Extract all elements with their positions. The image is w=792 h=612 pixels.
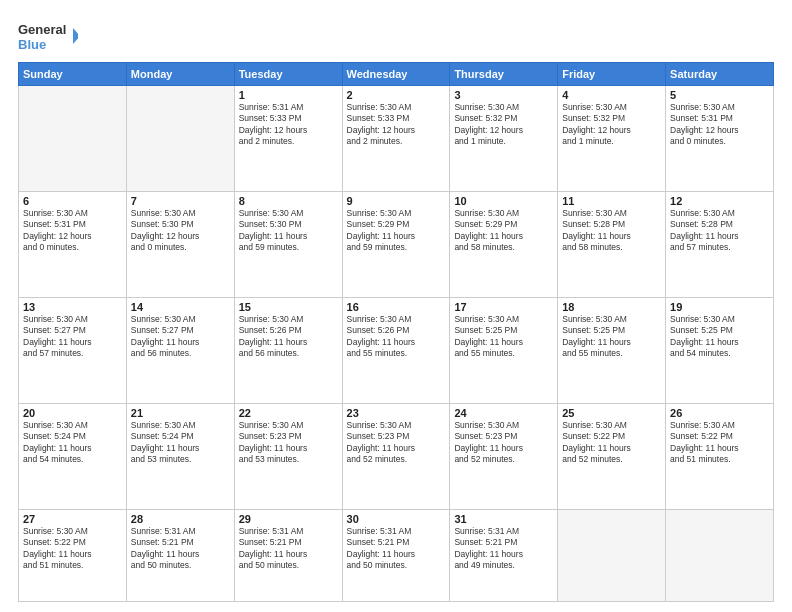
day-number: 20 (23, 407, 122, 419)
day-info: Sunrise: 5:30 AM Sunset: 5:23 PM Dayligh… (347, 420, 446, 466)
day-number: 1 (239, 89, 338, 101)
calendar-cell: 30Sunrise: 5:31 AM Sunset: 5:21 PM Dayli… (342, 509, 450, 601)
calendar-cell: 17Sunrise: 5:30 AM Sunset: 5:25 PM Dayli… (450, 297, 558, 403)
day-number: 8 (239, 195, 338, 207)
day-number: 22 (239, 407, 338, 419)
calendar-cell (126, 86, 234, 192)
day-number: 19 (670, 301, 769, 313)
day-number: 30 (347, 513, 446, 525)
day-number: 6 (23, 195, 122, 207)
day-number: 7 (131, 195, 230, 207)
calendar-cell: 9Sunrise: 5:30 AM Sunset: 5:29 PM Daylig… (342, 191, 450, 297)
calendar-cell: 18Sunrise: 5:30 AM Sunset: 5:25 PM Dayli… (558, 297, 666, 403)
logo: General Blue (18, 18, 78, 54)
day-number: 9 (347, 195, 446, 207)
day-number: 10 (454, 195, 553, 207)
day-info: Sunrise: 5:31 AM Sunset: 5:21 PM Dayligh… (239, 526, 338, 572)
day-info: Sunrise: 5:30 AM Sunset: 5:29 PM Dayligh… (347, 208, 446, 254)
day-number: 24 (454, 407, 553, 419)
calendar-cell: 11Sunrise: 5:30 AM Sunset: 5:28 PM Dayli… (558, 191, 666, 297)
day-info: Sunrise: 5:30 AM Sunset: 5:24 PM Dayligh… (131, 420, 230, 466)
calendar-cell: 13Sunrise: 5:30 AM Sunset: 5:27 PM Dayli… (19, 297, 127, 403)
header: General Blue (18, 18, 774, 54)
calendar-cell: 10Sunrise: 5:30 AM Sunset: 5:29 PM Dayli… (450, 191, 558, 297)
day-info: Sunrise: 5:30 AM Sunset: 5:27 PM Dayligh… (23, 314, 122, 360)
day-info: Sunrise: 5:30 AM Sunset: 5:24 PM Dayligh… (23, 420, 122, 466)
day-number: 18 (562, 301, 661, 313)
day-info: Sunrise: 5:30 AM Sunset: 5:30 PM Dayligh… (131, 208, 230, 254)
day-info: Sunrise: 5:30 AM Sunset: 5:33 PM Dayligh… (347, 102, 446, 148)
day-info: Sunrise: 5:30 AM Sunset: 5:23 PM Dayligh… (239, 420, 338, 466)
calendar-week-row: 6Sunrise: 5:30 AM Sunset: 5:31 PM Daylig… (19, 191, 774, 297)
calendar-cell: 1Sunrise: 5:31 AM Sunset: 5:33 PM Daylig… (234, 86, 342, 192)
svg-marker-2 (73, 28, 78, 44)
day-number: 14 (131, 301, 230, 313)
calendar-cell: 20Sunrise: 5:30 AM Sunset: 5:24 PM Dayli… (19, 403, 127, 509)
calendar-cell: 29Sunrise: 5:31 AM Sunset: 5:21 PM Dayli… (234, 509, 342, 601)
calendar-cell: 19Sunrise: 5:30 AM Sunset: 5:25 PM Dayli… (666, 297, 774, 403)
calendar-cell: 14Sunrise: 5:30 AM Sunset: 5:27 PM Dayli… (126, 297, 234, 403)
svg-text:Blue: Blue (18, 37, 46, 52)
calendar-cell: 25Sunrise: 5:30 AM Sunset: 5:22 PM Dayli… (558, 403, 666, 509)
day-number: 11 (562, 195, 661, 207)
day-info: Sunrise: 5:30 AM Sunset: 5:25 PM Dayligh… (562, 314, 661, 360)
calendar-cell: 3Sunrise: 5:30 AM Sunset: 5:32 PM Daylig… (450, 86, 558, 192)
day-info: Sunrise: 5:30 AM Sunset: 5:22 PM Dayligh… (670, 420, 769, 466)
day-info: Sunrise: 5:30 AM Sunset: 5:29 PM Dayligh… (454, 208, 553, 254)
calendar-cell: 26Sunrise: 5:30 AM Sunset: 5:22 PM Dayli… (666, 403, 774, 509)
svg-text:General: General (18, 22, 66, 37)
calendar-week-row: 27Sunrise: 5:30 AM Sunset: 5:22 PM Dayli… (19, 509, 774, 601)
day-number: 2 (347, 89, 446, 101)
day-info: Sunrise: 5:31 AM Sunset: 5:33 PM Dayligh… (239, 102, 338, 148)
day-number: 21 (131, 407, 230, 419)
calendar-header-friday: Friday (558, 63, 666, 86)
page: General Blue SundayMondayTuesdayWednesda… (0, 0, 792, 612)
calendar-header-saturday: Saturday (666, 63, 774, 86)
day-number: 31 (454, 513, 553, 525)
calendar-cell: 15Sunrise: 5:30 AM Sunset: 5:26 PM Dayli… (234, 297, 342, 403)
calendar-cell: 21Sunrise: 5:30 AM Sunset: 5:24 PM Dayli… (126, 403, 234, 509)
calendar-cell: 27Sunrise: 5:30 AM Sunset: 5:22 PM Dayli… (19, 509, 127, 601)
calendar-cell: 5Sunrise: 5:30 AM Sunset: 5:31 PM Daylig… (666, 86, 774, 192)
calendar-cell (558, 509, 666, 601)
calendar-cell: 6Sunrise: 5:30 AM Sunset: 5:31 PM Daylig… (19, 191, 127, 297)
day-number: 4 (562, 89, 661, 101)
day-number: 23 (347, 407, 446, 419)
day-info: Sunrise: 5:30 AM Sunset: 5:22 PM Dayligh… (23, 526, 122, 572)
logo-svg: General Blue (18, 18, 78, 54)
day-info: Sunrise: 5:30 AM Sunset: 5:26 PM Dayligh… (347, 314, 446, 360)
day-number: 15 (239, 301, 338, 313)
calendar-week-row: 20Sunrise: 5:30 AM Sunset: 5:24 PM Dayli… (19, 403, 774, 509)
calendar-header-thursday: Thursday (450, 63, 558, 86)
day-info: Sunrise: 5:30 AM Sunset: 5:23 PM Dayligh… (454, 420, 553, 466)
day-info: Sunrise: 5:30 AM Sunset: 5:28 PM Dayligh… (670, 208, 769, 254)
calendar-cell (666, 509, 774, 601)
calendar-cell (19, 86, 127, 192)
day-info: Sunrise: 5:31 AM Sunset: 5:21 PM Dayligh… (347, 526, 446, 572)
calendar-cell: 16Sunrise: 5:30 AM Sunset: 5:26 PM Dayli… (342, 297, 450, 403)
calendar-header-monday: Monday (126, 63, 234, 86)
day-number: 27 (23, 513, 122, 525)
calendar-table: SundayMondayTuesdayWednesdayThursdayFrid… (18, 62, 774, 602)
day-info: Sunrise: 5:30 AM Sunset: 5:32 PM Dayligh… (454, 102, 553, 148)
calendar-header-wednesday: Wednesday (342, 63, 450, 86)
day-number: 16 (347, 301, 446, 313)
day-number: 5 (670, 89, 769, 101)
calendar-cell: 8Sunrise: 5:30 AM Sunset: 5:30 PM Daylig… (234, 191, 342, 297)
day-info: Sunrise: 5:30 AM Sunset: 5:22 PM Dayligh… (562, 420, 661, 466)
calendar-cell: 31Sunrise: 5:31 AM Sunset: 5:21 PM Dayli… (450, 509, 558, 601)
calendar-header-sunday: Sunday (19, 63, 127, 86)
calendar-cell: 22Sunrise: 5:30 AM Sunset: 5:23 PM Dayli… (234, 403, 342, 509)
day-info: Sunrise: 5:30 AM Sunset: 5:30 PM Dayligh… (239, 208, 338, 254)
day-info: Sunrise: 5:31 AM Sunset: 5:21 PM Dayligh… (454, 526, 553, 572)
day-info: Sunrise: 5:30 AM Sunset: 5:25 PM Dayligh… (670, 314, 769, 360)
day-info: Sunrise: 5:30 AM Sunset: 5:31 PM Dayligh… (23, 208, 122, 254)
day-info: Sunrise: 5:30 AM Sunset: 5:26 PM Dayligh… (239, 314, 338, 360)
day-info: Sunrise: 5:30 AM Sunset: 5:25 PM Dayligh… (454, 314, 553, 360)
day-number: 3 (454, 89, 553, 101)
day-number: 13 (23, 301, 122, 313)
calendar-cell: 24Sunrise: 5:30 AM Sunset: 5:23 PM Dayli… (450, 403, 558, 509)
day-number: 26 (670, 407, 769, 419)
calendar-week-row: 1Sunrise: 5:31 AM Sunset: 5:33 PM Daylig… (19, 86, 774, 192)
day-number: 17 (454, 301, 553, 313)
